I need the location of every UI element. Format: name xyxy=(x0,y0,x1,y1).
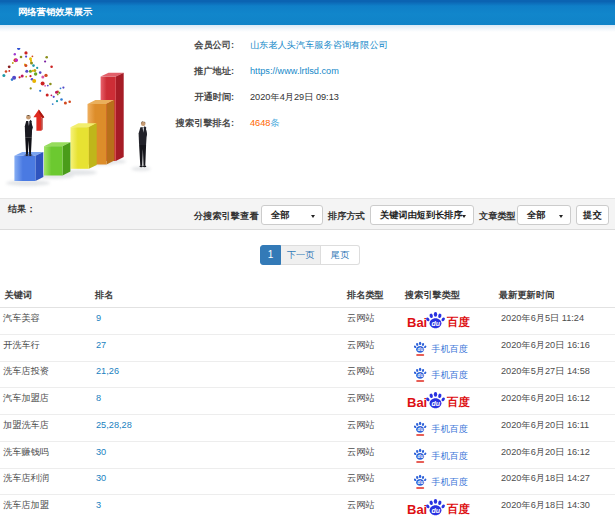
svg-text:du: du xyxy=(432,320,441,327)
svg-text:百度: 百度 xyxy=(446,502,470,515)
svg-text:du: du xyxy=(418,374,424,379)
svg-text:Bai: Bai xyxy=(407,501,427,516)
svg-text:du: du xyxy=(418,347,424,352)
svg-text:手机百度: 手机百度 xyxy=(431,344,468,354)
svg-text:百度: 百度 xyxy=(446,315,470,328)
svg-text:du: du xyxy=(418,454,424,459)
svg-text:手机百度: 手机百度 xyxy=(431,477,468,487)
svg-text:du: du xyxy=(418,427,424,432)
svg-text:du: du xyxy=(418,480,424,485)
svg-text:百度: 百度 xyxy=(446,395,470,408)
svg-text:Bai: Bai xyxy=(407,315,427,330)
svg-text:手机百度: 手机百度 xyxy=(431,451,468,461)
svg-text:Bai: Bai xyxy=(407,395,427,410)
svg-text:手机百度: 手机百度 xyxy=(431,424,468,434)
svg-text:du: du xyxy=(432,400,441,407)
svg-text:du: du xyxy=(432,507,441,514)
svg-text:手机百度: 手机百度 xyxy=(431,371,468,381)
